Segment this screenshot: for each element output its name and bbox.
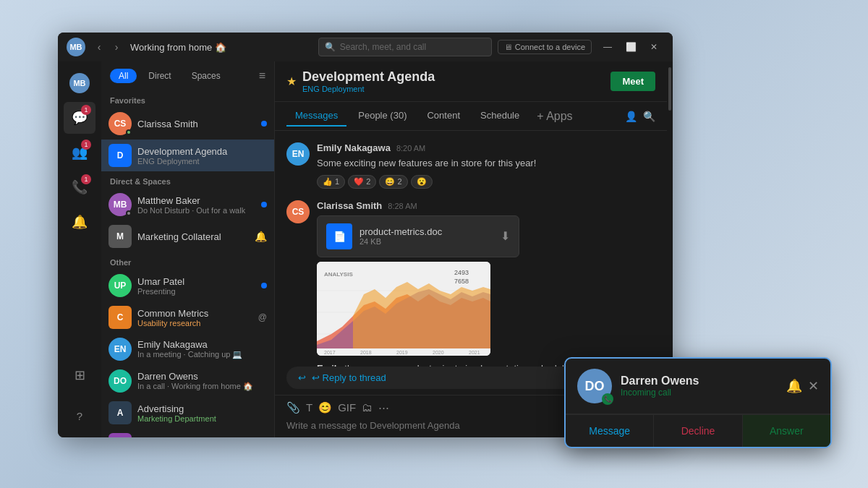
reaction-wow[interactable]: 😮 (411, 175, 433, 189)
help-icon: ? (77, 410, 82, 422)
search-bar[interactable]: 🔍 Search, meet, and call (318, 38, 492, 56)
chat-item-advertising[interactable]: A Advertising Marketing Department (101, 397, 274, 429)
close-button[interactable]: ✕ (644, 40, 664, 54)
other-label: Other (101, 252, 274, 270)
maximize-button[interactable]: ⬜ (621, 40, 641, 54)
chat-item-development-agenda[interactable]: D Development Agenda ENG Deployment (101, 140, 274, 171)
title-bar: MB ‹ › Working from home 🏠 🔍 Search, mee… (58, 33, 673, 61)
chat-item-clarissa[interactable]: CS Clarissa Smith (101, 108, 274, 140)
svg-text:2020: 2020 (433, 350, 444, 355)
chat-name: Matthew Baker (137, 195, 255, 206)
meet-button[interactable]: Meet (610, 72, 655, 91)
unread-badge (261, 283, 267, 288)
chat-name: Emily Nakagawa (137, 339, 267, 350)
chat-name: Umar Patel (137, 276, 255, 287)
msg-body-clarissa: Clarissa Smith 8:28 AM 📄 product-metrics… (317, 200, 655, 367)
msg-header-clarissa: Clarissa Smith 8:28 AM (317, 200, 655, 211)
chat-item-marketing[interactable]: M Marketing Collateral 🔔 (101, 221, 274, 252)
user-avatar: MB (69, 73, 90, 93)
sidebar-item-activity[interactable]: 🔔 (64, 206, 95, 238)
chat-item-matthew[interactable]: MB Matthew Baker Do Not Disturb · Out fo… (101, 189, 274, 221)
call-header: DO 📞 Darren Owens Incoming call 🔔 ✕ (566, 359, 830, 414)
caller-name: Darren Owens (621, 374, 778, 388)
chat-item-darren[interactable]: DO Darren Owens In a call · Working from… (101, 365, 274, 397)
sticker-icon[interactable]: 🗂 (362, 401, 373, 414)
scroll-thumb (668, 67, 671, 111)
msg-reactions: 👍 1 ❤️ 2 😄 2 😮 (317, 175, 655, 189)
sidebar-item-help[interactable]: ? (64, 400, 95, 432)
chat-sub: Presenting (137, 287, 255, 296)
sidebar-item-calls[interactable]: 📞 1 (64, 171, 95, 203)
avatar-clarissa: CS (109, 112, 132, 135)
notify-icon: 🔔 (255, 231, 267, 242)
reaction-smile[interactable]: 😄 2 (379, 175, 407, 189)
tab-spaces[interactable]: Spaces (183, 69, 229, 83)
call-avatar: DO 📞 (577, 369, 612, 403)
title-bar-avatar: MB (67, 38, 85, 56)
sidebar-item-chat[interactable]: 💬 1 (64, 102, 95, 134)
tab-direct[interactable]: Direct (140, 69, 179, 83)
close-call-icon[interactable]: ✕ (808, 378, 819, 394)
call-phone-icon: 📞 (602, 393, 613, 405)
filter-button[interactable]: ≡ (259, 69, 265, 82)
more-options-icon[interactable]: ⋯ (378, 401, 389, 414)
channel-header: ★ Development Agenda ENG Deployment Meet (275, 61, 667, 102)
search-messages-icon[interactable]: 🔍 (643, 111, 655, 122)
tab-schedule[interactable]: Schedule (472, 106, 528, 127)
decline-call-button[interactable]: Decline (653, 415, 741, 447)
activity-icon: 🔔 (72, 214, 88, 230)
add-tab-button[interactable]: + Apps (531, 110, 578, 123)
msg-header: Emily Nakagawa 8:20 AM (317, 142, 655, 153)
tab-messages[interactable]: Messages (286, 106, 346, 127)
reaction-thumbsup[interactable]: 👍 1 (317, 175, 345, 189)
minimize-button[interactable]: — (597, 40, 618, 54)
chat-info-matthew: Matthew Baker Do Not Disturb · Out for a… (137, 195, 255, 215)
call-actions-top: 🔔 ✕ (786, 378, 819, 394)
file-type-icon: 📄 (326, 223, 352, 249)
msg-time: 8:28 AM (388, 202, 417, 210)
chat-item-emily[interactable]: EN Emily Nakagawa In a meeting · Catchin… (101, 333, 274, 365)
download-icon[interactable]: ⬇ (501, 229, 510, 243)
avatar-darren: DO (109, 369, 132, 393)
favorite-star-icon[interactable]: ★ (286, 74, 297, 88)
chat-list: Favorites CS Clarissa Smith D Developmen… (101, 90, 274, 437)
chat-item-visualizations[interactable]: V Visualizations ENG Deployment (101, 429, 274, 437)
svg-text:2493: 2493 (454, 269, 469, 276)
tab-people[interactable]: People (30) (349, 106, 415, 127)
text-format-icon[interactable]: T (306, 401, 312, 414)
answer-call-button[interactable]: Answer (742, 415, 830, 447)
tab-all[interactable]: All (110, 69, 137, 83)
chat-sub: Marketing Department (137, 414, 267, 423)
chat-item-common-metrics[interactable]: C Common Metrics Usability research @ (101, 301, 274, 333)
file-size: 24 KB (359, 237, 493, 246)
svg-text:2017: 2017 (324, 350, 336, 355)
direct-spaces-label: Direct & Spaces (101, 171, 274, 189)
avatar-visualizations: V (109, 433, 132, 437)
sidebar-item-teams[interactable]: 👥 1 (64, 137, 95, 168)
emoji-icon[interactable]: 😊 (318, 401, 332, 414)
reaction-heart[interactable]: ❤️ 2 (348, 175, 376, 189)
attach-icon[interactable]: 📎 (286, 401, 300, 414)
sidebar-icons: MB 💬 1 👥 1 📞 1 🔔 ⊞ ? (58, 61, 101, 437)
chat-item-umar[interactable]: UP Umar Patel Presenting (101, 270, 274, 301)
mute-icon[interactable]: 🔔 (786, 378, 802, 394)
avatar-advertising: A (109, 401, 132, 424)
tab-content[interactable]: Content (418, 106, 469, 127)
connect-device-button[interactable]: 🖥 Connect to a device (498, 40, 592, 54)
chat-info-clarissa: Clarissa Smith (137, 119, 255, 129)
channel-title-area: Development Agenda ENG Deployment (302, 69, 605, 93)
gif-icon[interactable]: GIF (338, 401, 356, 414)
message-row-clarissa: CS Clarissa Smith 8:28 AM 📄 product-metr… (286, 200, 655, 367)
message-caller-button[interactable]: Message (566, 415, 653, 447)
window-title: Working from home 🏠 (130, 42, 312, 53)
sidebar-item-apps[interactable]: ⊞ (64, 359, 95, 391)
window-controls: — ⬜ ✕ (597, 40, 664, 54)
back-button[interactable]: ‹ (91, 39, 107, 55)
monitor-icon: 🖥 (504, 43, 512, 51)
chat-info-marketing: Marketing Collateral (137, 231, 249, 242)
svg-marker-6 (353, 282, 490, 348)
forward-button[interactable]: › (109, 39, 124, 55)
sidebar-avatar[interactable]: MB (64, 67, 95, 99)
chat-info-darren: Darren Owens In a call · Working from ho… (137, 371, 267, 391)
people-search-icon[interactable]: 👤 (625, 111, 637, 122)
